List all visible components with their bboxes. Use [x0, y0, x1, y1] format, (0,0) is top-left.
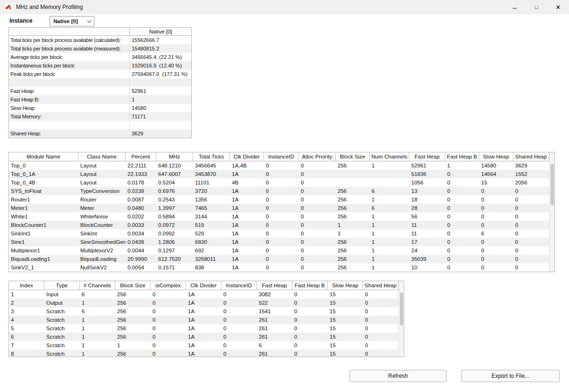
- export-to-file-button[interactable]: Export to File...: [461, 370, 560, 382]
- table-cell: 52961: [409, 161, 445, 170]
- table-row[interactable]: SinkV2_1NullSinkV20.00540.15718381A00256…: [9, 263, 554, 272]
- summary-row[interactable]: [9, 78, 191, 87]
- summary-row[interactable]: Total ticks per block process available …: [9, 44, 191, 53]
- table-row[interactable]: Router1Router0.00870.254313561A002561180…: [9, 195, 554, 204]
- table-cell: Multiplexor1: [9, 246, 78, 255]
- table-cell: 6: [370, 204, 409, 212]
- column-header-clk-divider[interactable]: Clk Divider: [230, 152, 264, 161]
- column-header-iscomplex[interactable]: isComplex: [151, 281, 186, 290]
- table-cell: 0: [479, 255, 513, 263]
- table-cell: [370, 170, 409, 178]
- table-row[interactable]: 8Scratch125601A02610150: [9, 350, 404, 357]
- column-header-fast-heap[interactable]: Fast Heap: [409, 152, 445, 161]
- table-row[interactable]: Top_0Layout22.2111648.121034566451A,4B00…: [9, 161, 554, 170]
- column-header-instanceid[interactable]: InstanceID: [264, 152, 299, 161]
- table-row[interactable]: Top_0_4BLayout0.01780.5204111014B0010560…: [9, 178, 554, 187]
- scrollbar-thumb[interactable]: [400, 292, 403, 325]
- column-header-shared-heap[interactable]: Shared Heap: [513, 152, 549, 161]
- table-cell: Scratch: [44, 333, 80, 341]
- table-row[interactable]: Multiplexor1MultiplexorV20.00440.1297692…: [9, 246, 554, 255]
- summary-row[interactable]: [9, 121, 191, 129]
- table-cell: 0: [264, 170, 299, 178]
- table-row[interactable]: SinkInt1SinkInt0.00340.09925291A00111106…: [9, 229, 554, 238]
- column-header-channels[interactable]: # Channels: [80, 281, 115, 290]
- column-header-slow-heap[interactable]: Slow Heap: [479, 152, 513, 161]
- table-row[interactable]: SYS_toFloatTypeConversion0.02390.6976372…: [9, 187, 554, 195]
- table-cell: 0: [363, 350, 399, 357]
- column-header-fast-heap[interactable]: Fast Heap: [257, 281, 292, 290]
- column-header-alloc-priority[interactable]: Alloc Priority: [299, 152, 336, 161]
- refresh-button[interactable]: Refresh: [349, 370, 447, 382]
- table-cell: 0: [299, 255, 336, 263]
- table-cell: 0.5894: [156, 212, 193, 221]
- table-cell: 0: [299, 187, 336, 195]
- table-cell: 0.0439: [126, 238, 156, 246]
- window-title: MHz and Memory Profiling: [16, 4, 83, 10]
- column-header-fast-heap-b[interactable]: Fast Heap B: [292, 281, 328, 290]
- column-header-index[interactable]: Index: [9, 281, 44, 290]
- summary-row[interactable]: Total Memory:71171: [9, 112, 191, 121]
- column-header-module-name[interactable]: Module Name: [9, 152, 78, 161]
- table-cell: 1A: [230, 204, 264, 212]
- summary-row-label: Total ticks per block process available …: [9, 36, 130, 44]
- table-cell: 6: [370, 187, 409, 195]
- table-cell: 0.1571: [156, 263, 193, 272]
- column-header-clk-divider[interactable]: Clk Divider: [186, 281, 221, 290]
- instance-dropdown[interactable]: Native [0]: [50, 16, 94, 26]
- table-cell: Meter1: [9, 204, 78, 212]
- table-cell: 0.0972: [156, 221, 193, 229]
- table-cell: 15: [328, 350, 363, 357]
- table-row[interactable]: 2Output125601A05220150: [9, 299, 404, 307]
- table-cell: 1A: [230, 212, 264, 221]
- summary-row[interactable]: Fast Heap:52961: [9, 87, 191, 95]
- column-header-num-channels[interactable]: Num Channels: [370, 152, 409, 161]
- table-row[interactable]: 7Scratch1101A060150: [9, 341, 404, 350]
- summary-row[interactable]: Total ticks per block process available …: [9, 36, 191, 44]
- buffer-table-scrollbar[interactable]: [399, 281, 404, 357]
- summary-row-value: 52961: [130, 87, 191, 95]
- summary-row[interactable]: Shared Heap:3629: [9, 129, 191, 138]
- summary-header-instance[interactable]: Native [0]: [130, 28, 191, 35]
- column-header-class-name[interactable]: Class Name: [78, 152, 126, 161]
- table-cell: 0.6976: [156, 187, 193, 195]
- table-cell: 0: [445, 204, 479, 212]
- table-cell: Layout: [78, 170, 126, 178]
- scrollbar-thumb[interactable]: [551, 164, 554, 205]
- table-row[interactable]: BlockCounter1BlockCounter0.00330.0972519…: [9, 221, 554, 229]
- table-row[interactable]: 3Scratch625601A015410150: [9, 307, 404, 316]
- table-cell: 24: [409, 246, 445, 255]
- column-header-shared-heap[interactable]: Shared Heap: [363, 281, 399, 290]
- table-row[interactable]: Sine1SineSmoothedGen0.04391.280668301A00…: [9, 238, 554, 246]
- table-row[interactable]: Meter1Meter0.04801.399774651A00256628000: [9, 204, 554, 212]
- table-row[interactable]: 6Scratch125601A02610150: [9, 333, 404, 341]
- table-cell: 1: [80, 333, 115, 341]
- column-header-block-size[interactable]: Block Size: [336, 152, 370, 161]
- table-row[interactable]: 1Input625601A030820150: [9, 290, 404, 299]
- summary-row[interactable]: Average ticks per block:3456645.4 (22.21…: [9, 53, 191, 61]
- table-row[interactable]: White1WhiteNoise0.02020.589431441A002561…: [9, 212, 554, 221]
- column-header-instanceid[interactable]: InstanceID: [221, 281, 257, 290]
- summary-row-label: Fast Heap B:: [9, 95, 130, 104]
- column-header-slow-heap[interactable]: Slow Heap: [328, 281, 363, 290]
- maximize-button[interactable]: □: [526, 0, 547, 14]
- summary-row[interactable]: Slow Heap:14580: [9, 104, 191, 112]
- table-cell: 0: [479, 263, 513, 272]
- column-header-mhz[interactable]: MHz: [156, 152, 193, 161]
- table-cell: 0.0178: [126, 178, 156, 187]
- summary-row[interactable]: Peak ticks per block:27594067.0 (177.31 …: [9, 70, 191, 78]
- column-header-fast-heap-b[interactable]: Fast Heap B: [445, 152, 479, 161]
- table-row[interactable]: Top_0_1ALayout22.1933647.600734538701A00…: [9, 170, 554, 178]
- column-header-block-size[interactable]: Block Size: [115, 281, 151, 290]
- minimize-button[interactable]: –: [504, 0, 526, 14]
- table-cell: 0: [479, 246, 513, 255]
- table-row[interactable]: 4Scratch125601A02610150: [9, 316, 404, 324]
- table-row[interactable]: BiquadLoading1BiquadLoading20.9990612.75…: [9, 255, 554, 263]
- close-button[interactable]: ✕: [547, 0, 569, 14]
- summary-row[interactable]: Fast Heap B:1: [9, 95, 191, 104]
- column-header-total-ticks[interactable]: Total Ticks: [193, 152, 230, 161]
- module-table-scrollbar[interactable]: [549, 152, 554, 272]
- column-header-percent[interactable]: Percent: [126, 152, 156, 161]
- column-header-type[interactable]: Type: [44, 281, 80, 290]
- table-row[interactable]: 5Scratch125601A02610150: [9, 324, 404, 333]
- summary-row[interactable]: Instantaneous ticks per block:1929016.9 …: [9, 61, 191, 70]
